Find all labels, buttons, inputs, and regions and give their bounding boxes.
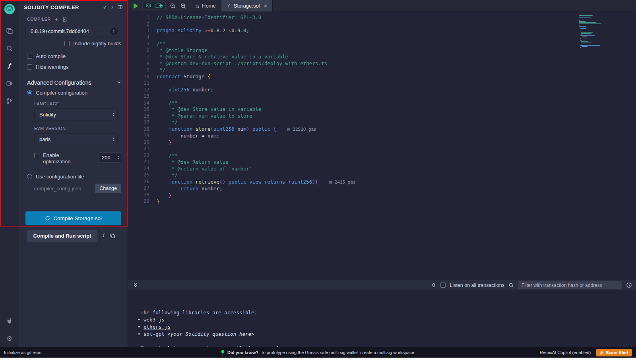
icon-rail: ⚙ <box>0 0 19 347</box>
minimap-line <box>580 45 600 46</box>
compiler-configuration-radio[interactable] <box>27 90 32 95</box>
tab-storage-sol[interactable]: Storage.sol × <box>221 0 273 12</box>
line-number: 10 <box>128 74 149 80</box>
version-spinner-icon[interactable]: ▴▾ <box>110 27 118 35</box>
compile-and-run-button[interactable]: Compile and Run script <box>27 230 97 242</box>
pin-panel-icon[interactable] <box>117 4 123 10</box>
compiler-version-select[interactable]: 0.8.19+commit.7dd6d404 ▴▾ <box>25 25 121 37</box>
deploy-run-icon[interactable] <box>5 79 14 88</box>
terminal-library-link[interactable]: ethers.js <box>143 324 171 330</box>
file-explorer-icon[interactable] <box>5 26 14 36</box>
copilot-status: RemixAI Copilot (enabled) <box>540 350 591 355</box>
did-you-know-tip: Did you know? To prototype using the Gno… <box>221 350 415 355</box>
tab-home[interactable]: ⌂ Home <box>190 0 221 12</box>
code-line <box>157 34 636 41</box>
compiler-configuration-row: Compiler configuration <box>19 90 128 96</box>
minimap-line <box>582 46 588 47</box>
terminal-output: The following libraries are accessible:•… <box>132 309 636 347</box>
run-script-play-button[interactable] <box>134 3 138 9</box>
info-icon[interactable]: i <box>103 232 105 239</box>
line-number: 23 <box>128 159 149 165</box>
line-number: 2 <box>128 21 149 28</box>
settings-icon[interactable]: ⚙ <box>5 334 14 343</box>
chevron-right-icon[interactable]: › <box>111 4 113 11</box>
line-number: 16 <box>128 113 149 120</box>
warning-icon: ⚠ <box>600 350 604 355</box>
hide-warnings-row: Hide warnings <box>19 64 128 70</box>
compiler-configuration-label: Compiler configuration <box>36 90 87 96</box>
scam-alert-button[interactable]: ⚠ Scam Alert <box>596 349 632 356</box>
line-number: 24 <box>128 165 149 172</box>
ai-controls-box <box>142 2 166 10</box>
code-line: * @dev Return value <box>157 159 636 166</box>
optimization-runs-input[interactable] <box>102 155 114 161</box>
change-config-button[interactable]: Change <box>95 184 121 193</box>
gear-glyph: ⚙ <box>6 335 12 342</box>
solidity-compiler-icon[interactable] <box>5 61 14 71</box>
use-config-file-row: Use configuration file <box>19 174 128 180</box>
ai-assistant-icon[interactable] <box>145 3 151 8</box>
copilot-toggle[interactable] <box>155 4 163 8</box>
remix-logo[interactable] <box>4 3 16 15</box>
tab-home-label: Home <box>202 3 216 9</box>
editor-gutter: 1234567891011121314151617181920212223242… <box>128 12 157 280</box>
code-line: } <box>157 199 636 205</box>
auto-compile-checkbox[interactable] <box>27 54 32 59</box>
code-line: * @title Storage <box>157 47 636 54</box>
tip-text: To prototype using the Gnosis safe multi… <box>261 350 415 355</box>
listen-transactions-checkbox[interactable] <box>440 283 446 288</box>
evm-version-select[interactable]: paris ▴▾ <box>34 133 118 145</box>
listen-transactions-label: Listen on all transactions <box>450 283 504 288</box>
compile-run-row: Compile and Run script i <box>27 230 121 242</box>
code-line: number = num; <box>157 133 636 139</box>
search-icon[interactable] <box>5 44 14 53</box>
line-number: 29 <box>128 198 149 205</box>
enable-optimization-checkbox[interactable] <box>34 153 39 158</box>
add-compiler-icon[interactable]: + <box>55 16 58 22</box>
transaction-filter-input[interactable] <box>518 281 622 289</box>
auto-compile-row: Auto compile <box>19 53 128 59</box>
language-value: Solidity <box>39 112 56 118</box>
zoom-in-icon[interactable] <box>180 3 186 9</box>
include-nightly-checkbox[interactable] <box>64 41 70 46</box>
minimap-line <box>579 15 593 16</box>
code-editor[interactable]: 1234567891011121314151617181920212223242… <box>128 12 636 280</box>
compile-button[interactable]: Compile Storage.sol <box>25 211 121 225</box>
plugin-manager-icon[interactable] <box>5 316 14 326</box>
init-git-repo-button[interactable]: Initialize as git repo <box>4 350 41 355</box>
advanced-configurations-header[interactable]: Advanced Configurations <box>19 70 128 90</box>
compiler-section-label: COMPILER <box>27 17 51 21</box>
language-select[interactable]: Solidity ▴▾ <box>34 108 118 120</box>
hide-warnings-checkbox[interactable] <box>27 64 32 70</box>
code-line: * @dev Store & retrieve value in a varia… <box>157 54 636 60</box>
copy-icon[interactable] <box>110 233 115 238</box>
import-compiler-icon[interactable] <box>62 17 67 22</box>
terminal-search-icon[interactable] <box>508 283 514 288</box>
terminal[interactable]: The following libraries are accessible:•… <box>128 290 636 347</box>
language-group: LANGUAGE Solidity ▴▾ <box>19 96 128 120</box>
code-line: * @return value of 'number' <box>157 166 636 172</box>
terminal-line: • sol-gpt <your Solidity question here> <box>132 331 636 338</box>
minimap[interactable] <box>579 15 612 50</box>
code-line: } <box>157 139 636 146</box>
line-number: 19 <box>128 132 149 139</box>
terminal-collapse-icon[interactable] <box>133 283 138 288</box>
lightbulb-icon <box>221 350 225 355</box>
use-config-file-radio[interactable] <box>27 174 32 179</box>
code-line <box>157 93 636 100</box>
compiler-section-row: COMPILER + <box>19 14 128 24</box>
clock-icon[interactable] <box>626 282 632 288</box>
icon-rail-bottom: ⚙ <box>5 316 14 343</box>
line-number: 12 <box>128 87 149 93</box>
zoom-out-icon[interactable] <box>170 3 176 9</box>
terminal-library-link[interactable]: web3.js <box>143 317 165 323</box>
line-number: 25 <box>128 172 149 178</box>
minimap-line <box>579 22 596 23</box>
tab-bar-controls <box>128 0 190 12</box>
git-icon[interactable] <box>5 96 14 106</box>
tab-close-icon[interactable]: × <box>264 2 268 9</box>
minimap-line <box>579 23 601 24</box>
runs-stepper-icon[interactable]: ▴▾ <box>118 155 119 160</box>
language-label: LANGUAGE <box>34 96 121 108</box>
minimap-line <box>580 38 581 39</box>
